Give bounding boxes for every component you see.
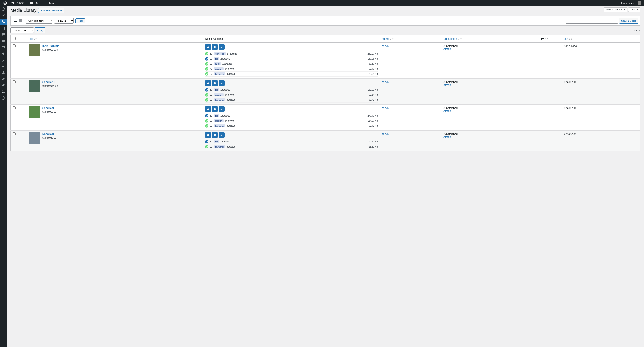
col-uploaded[interactable]: Uploaded to▲▼ [442, 35, 539, 42]
size-filesize: 167.95 KB [368, 58, 378, 60]
unattached-label: (Unattached) [444, 132, 458, 136]
sidebar-appearance[interactable] [0, 57, 7, 63]
refresh-button[interactable] [212, 106, 218, 112]
bulk-action-select[interactable]: Bulk actions [10, 28, 34, 33]
size-row: 3. thumbnail 300x300 53.42 KB [205, 124, 378, 128]
svg-rect-11 [20, 19, 21, 20]
status-icon [205, 52, 208, 56]
edit-button[interactable] [218, 106, 224, 112]
author-link[interactable]: admin [382, 106, 389, 110]
sidebar-media[interactable] [0, 19, 7, 25]
thumbnail[interactable] [28, 80, 40, 92]
sidebar-products[interactable] [0, 44, 7, 50]
images-button[interactable] [205, 132, 211, 138]
thumbnail[interactable] [28, 132, 40, 144]
col-file[interactable]: File▲▼ [27, 35, 203, 42]
size-filesize: 53.42 KB [369, 124, 378, 127]
sidebar-woo[interactable] [0, 38, 7, 44]
author-link[interactable]: admin [382, 132, 389, 136]
sidebar-users[interactable] [0, 70, 7, 76]
sidebar-tools[interactable] [0, 76, 7, 82]
svg-point-9 [2, 92, 3, 93]
sidebar-pages[interactable] [0, 25, 7, 32]
file-title-link[interactable]: Sample 9 [42, 106, 54, 110]
refresh-button[interactable] [212, 80, 218, 86]
col-comments[interactable]: ▲▼ [539, 35, 561, 42]
edit-button[interactable] [218, 132, 224, 138]
file-name: sample10.jpg [42, 84, 58, 87]
size-dimensions: 1720x920 [227, 52, 237, 55]
site-link[interactable]: SIRSC [9, 1, 28, 5]
file-title-link[interactable]: Sample 10 [42, 80, 55, 84]
new-link[interactable]: New [42, 1, 57, 5]
images-button[interactable] [205, 44, 211, 50]
attach-link[interactable]: Attach [444, 48, 451, 50]
col-date[interactable]: Date▲▼ [561, 35, 640, 42]
wp-logo[interactable] [2, 1, 8, 5]
size-index: 1. [210, 52, 212, 55]
size-tag: thumbnail [214, 124, 225, 127]
row-checkbox[interactable] [12, 106, 16, 110]
author-link[interactable]: admin [382, 44, 389, 48]
size-filesize: 277.43 KB [368, 114, 378, 117]
svg-rect-4 [2, 40, 5, 42]
search-button[interactable]: Search Media [619, 18, 638, 24]
author-link[interactable]: admin [382, 80, 389, 84]
sidebar-marketing[interactable] [0, 50, 7, 57]
size-index: 1. [210, 140, 212, 143]
date-cell: 2024/05/30 [561, 130, 640, 152]
svg-rect-18 [208, 83, 209, 84]
images-button[interactable] [205, 80, 211, 86]
sidebar-dashboard[interactable] [0, 6, 7, 12]
help-button[interactable]: Help▼ [628, 8, 640, 12]
size-row: 1. full 1300x732 189.99 KB [205, 88, 378, 92]
row-checkbox[interactable] [12, 80, 16, 84]
svg-point-8 [4, 91, 4, 92]
row-checkbox[interactable] [12, 132, 16, 136]
media-type-select[interactable]: All media items [26, 18, 52, 24]
refresh-button[interactable] [212, 132, 218, 138]
size-filesize: 26.59 KB [369, 146, 378, 148]
comments-link[interactable]: 0 [28, 1, 40, 5]
sidebar-plugins[interactable] [0, 63, 7, 70]
edit-button[interactable] [218, 80, 224, 86]
file-title-link[interactable]: Sample 8 [42, 132, 54, 136]
row-checkbox[interactable] [12, 44, 16, 48]
edit-button[interactable] [218, 44, 224, 50]
attach-link[interactable]: Attach [444, 136, 451, 138]
status-icon [205, 114, 208, 118]
sidebar-sliders[interactable] [0, 88, 7, 95]
refresh-button[interactable] [212, 44, 218, 50]
size-index: 3. [210, 124, 212, 127]
size-dimensions: 600x400 [225, 68, 234, 70]
filter-button[interactable]: Filter [76, 18, 85, 23]
thumbnail[interactable] [28, 106, 40, 118]
screen-options-button[interactable]: Screen Options▼ [604, 8, 628, 12]
thumbnail[interactable] [28, 44, 40, 56]
size-row: 4. medium 600x400 55.40 KB [205, 66, 378, 72]
status-icon [205, 119, 208, 122]
add-new-button[interactable]: Add New Media File [38, 8, 64, 13]
grid-view-button[interactable] [18, 18, 24, 24]
sidebar-posts[interactable] [0, 12, 7, 19]
attach-link[interactable]: Attach [444, 84, 451, 86]
col-author[interactable]: Author▲▼ [380, 35, 442, 42]
attach-link[interactable]: Attach [444, 110, 451, 112]
file-title-link[interactable]: Initial Sample [42, 44, 59, 48]
size-dimensions: 300x300 [227, 146, 236, 148]
sidebar-settings[interactable] [0, 82, 7, 88]
list-view-button[interactable] [12, 18, 18, 24]
size-filesize: 88.50 KB [369, 62, 378, 65]
table-row: Initial Sample sample0.jpeg 1. view_crop… [11, 42, 640, 79]
unattached-label: (Unattached) [444, 80, 458, 84]
size-row: 5. thumbnail 300x300 22.54 KB [205, 72, 378, 76]
search-input[interactable] [566, 18, 618, 24]
howdy-link[interactable]: Howdy, admin [617, 1, 642, 5]
sidebar-comments[interactable] [0, 32, 7, 38]
size-tag: thumbnail [214, 72, 225, 76]
bulk-apply-button[interactable]: Apply [35, 28, 45, 33]
dates-select[interactable]: All dates [54, 18, 74, 24]
sidebar-collapse[interactable] [0, 95, 7, 101]
select-all-checkbox[interactable] [12, 37, 16, 40]
images-button[interactable] [205, 106, 211, 112]
